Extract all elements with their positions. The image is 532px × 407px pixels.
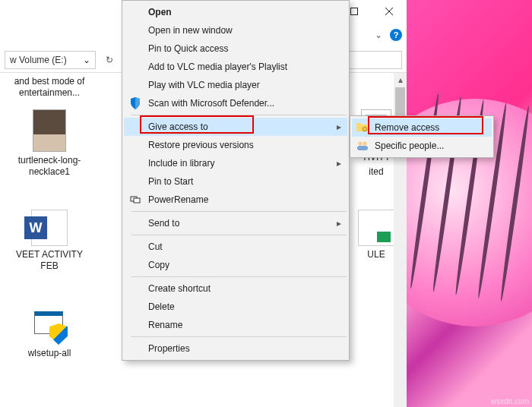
- separator: [131, 336, 347, 337]
- drive-label: w Volume (E:): [10, 55, 67, 65]
- file-item[interactable]: VEET ACTIVITY FEB: [8, 210, 91, 272]
- separator: [131, 115, 347, 115]
- chevron-right-icon: ▸: [337, 121, 341, 132]
- chevron-right-icon: ▸: [337, 158, 341, 169]
- menu-pin-quick-access[interactable]: Pin to Quick access: [124, 39, 347, 58]
- file-item[interactable]: wlsetup-all: [8, 308, 91, 359]
- menu-create-shortcut[interactable]: Create shortcut: [124, 279, 347, 298]
- help-icon[interactable]: ?: [390, 29, 402, 41]
- file-label: wlsetup-all: [28, 348, 71, 359]
- chevron-right-icon: ▸: [337, 218, 341, 229]
- file-item[interactable]: and best mode of entertainmen...: [8, 73, 91, 99]
- menu-copy[interactable]: Copy: [124, 256, 347, 274]
- refresh-button[interactable]: ↻: [100, 51, 119, 69]
- menu-cut[interactable]: Cut: [124, 238, 347, 256]
- menu-pin-start[interactable]: Pin to Start: [124, 172, 347, 191]
- shield-icon: [128, 96, 142, 110]
- menu-powerrename[interactable]: PowerRename: [124, 191, 347, 209]
- separator: [131, 235, 347, 235]
- people-icon: [356, 139, 369, 153]
- desktop-wallpaper: [407, 0, 532, 407]
- menu-vlc-add[interactable]: Add to VLC media player's Playlist: [124, 58, 347, 76]
- scroll-up-arrow-icon[interactable]: ▴: [394, 73, 407, 86]
- chevron-down-icon[interactable]: ⌄: [375, 30, 382, 40]
- menu-delete[interactable]: Delete: [124, 298, 347, 316]
- svg-rect-5: [134, 198, 140, 203]
- menu-properties[interactable]: Properties: [124, 339, 347, 358]
- menu-open[interactable]: Open: [124, 3, 347, 21]
- menu-give-access-to[interactable]: Give access to ▸: [124, 118, 347, 136]
- folder-lock-icon: [356, 121, 369, 134]
- submenu-specific-people[interactable]: Specific people...: [352, 137, 492, 155]
- context-menu: Open Open in new window Pin to Quick acc…: [122, 0, 350, 361]
- installer-shield-icon: [31, 308, 68, 345]
- close-button[interactable]: [372, 0, 407, 23]
- svg-rect-11: [357, 146, 368, 150]
- file-label: ULE: [367, 249, 385, 260]
- svg-point-9: [359, 142, 363, 146]
- excel-icon: [358, 210, 394, 246]
- svg-rect-1: [351, 8, 358, 15]
- drive-dropdown[interactable]: w Volume (E:) ⌄: [5, 51, 96, 69]
- file-item[interactable]: turtleneck-long-necklace1: [8, 109, 91, 178]
- word-icon: [31, 210, 68, 246]
- menu-include-library[interactable]: Include in library ▸: [124, 154, 347, 172]
- menu-send-to[interactable]: Send to ▸: [124, 214, 347, 232]
- chevron-down-icon: ⌄: [83, 55, 90, 65]
- file-label: and best mode of entertainmen...: [8, 76, 91, 99]
- file-label: ited: [369, 166, 383, 178]
- file-label: turtleneck-long-necklace1: [8, 155, 91, 178]
- give-access-submenu: Remove access Specific people...: [350, 115, 494, 158]
- powerrename-icon: [128, 193, 142, 207]
- menu-defender[interactable]: Scan with Microsoft Defender...: [124, 94, 347, 112]
- file-label: VEET ACTIVITY FEB: [8, 249, 91, 272]
- menu-restore-versions[interactable]: Restore previous versions: [124, 136, 347, 154]
- svg-rect-7: [356, 123, 361, 125]
- submenu-remove-access[interactable]: Remove access: [352, 118, 492, 137]
- menu-rename[interactable]: Rename: [124, 316, 347, 334]
- image-thumbnail-icon: [33, 109, 66, 152]
- svg-point-10: [363, 142, 367, 146]
- separator: [131, 276, 347, 277]
- menu-vlc-play[interactable]: Play with VLC media player: [124, 76, 347, 94]
- menu-open-new-window[interactable]: Open in new window: [124, 21, 347, 39]
- separator: [131, 211, 347, 212]
- svg-point-8: [363, 127, 367, 131]
